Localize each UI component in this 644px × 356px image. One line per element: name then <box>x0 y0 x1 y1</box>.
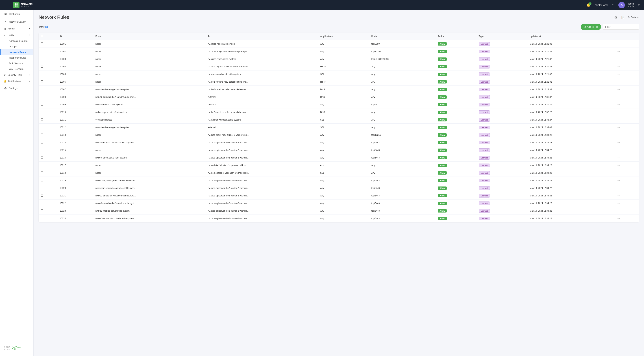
header-type[interactable]: Type <box>476 33 528 40</box>
refresh-button[interactable]: ↻ Refresh <box>628 16 639 19</box>
row-menu-23[interactable]: ⋯ <box>614 215 639 222</box>
row-menu-2[interactable]: ⋯ <box>614 55 639 63</box>
row-select-20[interactable] <box>41 194 43 197</box>
row-menu-button-20[interactable]: ⋯ <box>616 194 621 198</box>
sidebar-item-policy[interactable]: 🛡 Policy ▾ <box>0 32 34 38</box>
row-checkbox-9[interactable] <box>39 108 58 116</box>
row-checkbox-12[interactable] <box>39 131 58 139</box>
header-from[interactable]: From <box>93 33 206 40</box>
row-menu-18[interactable]: ⋯ <box>614 177 639 184</box>
row-menu-button-10[interactable]: ⋯ <box>616 118 621 122</box>
help-icon[interactable]: ? <box>611 3 616 8</box>
row-menu-19[interactable]: ⋯ <box>614 184 639 192</box>
row-checkbox-7[interactable] <box>39 93 58 101</box>
avatar[interactable]: A <box>618 2 625 8</box>
row-menu-button-0[interactable]: ⋯ <box>616 42 621 46</box>
row-select-7[interactable] <box>41 96 43 98</box>
header-applications[interactable]: Applications <box>318 33 369 40</box>
row-menu-0[interactable]: ⋯ <box>614 40 639 48</box>
row-select-3[interactable] <box>41 65 43 68</box>
row-checkbox-3[interactable] <box>39 63 58 71</box>
row-menu-14[interactable]: ⋯ <box>614 146 639 154</box>
hamburger-menu[interactable]: ☰ <box>3 2 9 8</box>
row-menu-4[interactable]: ⋯ <box>614 71 639 78</box>
row-select-8[interactable] <box>41 103 43 106</box>
row-menu-button-3[interactable]: ⋯ <box>616 65 621 69</box>
header-to[interactable]: To <box>206 33 318 40</box>
row-checkbox-14[interactable] <box>39 146 58 154</box>
row-checkbox-8[interactable] <box>39 101 58 108</box>
row-select-16[interactable] <box>41 164 43 166</box>
row-menu-button-13[interactable]: ⋯ <box>616 140 621 144</box>
row-menu-20[interactable]: ⋯ <box>614 192 639 200</box>
filter-input[interactable] <box>603 24 639 30</box>
add-to-top-button[interactable]: ⊕ Add to Top <box>581 24 601 30</box>
header-ports[interactable]: Ports <box>369 33 436 40</box>
sidebar-item-admission-control[interactable]: Admission Control <box>0 38 34 44</box>
row-menu-button-7[interactable]: ⋯ <box>616 95 621 99</box>
sidebar-item-groups[interactable]: Groups <box>0 44 34 49</box>
header-checkbox[interactable] <box>39 33 58 40</box>
row-menu-15[interactable]: ⋯ <box>614 154 639 161</box>
sidebar-item-response-rules[interactable]: Response Rules <box>0 55 34 61</box>
row-menu-button-23[interactable]: ⋯ <box>616 216 621 221</box>
print-button[interactable]: 🖨 <box>613 15 618 20</box>
row-select-4[interactable] <box>41 73 43 75</box>
row-menu-8[interactable]: ⋯ <box>614 101 639 108</box>
row-checkbox-11[interactable] <box>39 124 58 131</box>
sidebar-item-notifications[interactable]: 🔔 Notifications ▾ <box>0 78 34 84</box>
row-checkbox-20[interactable] <box>39 192 58 200</box>
row-menu-button-17[interactable]: ⋯ <box>616 171 621 175</box>
row-menu-button-4[interactable]: ⋯ <box>616 72 621 76</box>
row-select-10[interactable] <box>41 118 43 121</box>
row-checkbox-1[interactable] <box>39 48 58 55</box>
row-select-22[interactable] <box>41 210 43 212</box>
row-menu-11[interactable]: ⋯ <box>614 124 639 131</box>
sidebar-item-dlp-sensors[interactable]: DLP Sensors <box>0 61 34 66</box>
sidebar-item-network-rules[interactable]: Network Rules <box>0 49 34 55</box>
row-menu-21[interactable]: ⋯ <box>614 200 639 207</box>
row-menu-button-11[interactable]: ⋯ <box>616 125 621 129</box>
row-menu-button-14[interactable]: ⋯ <box>616 148 621 152</box>
row-menu-12[interactable]: ⋯ <box>614 131 639 139</box>
row-select-9[interactable] <box>41 111 43 113</box>
header-updated[interactable]: Updated at <box>528 33 614 40</box>
row-menu-button-21[interactable]: ⋯ <box>616 201 621 205</box>
row-select-15[interactable] <box>41 156 43 159</box>
row-checkbox-23[interactable] <box>39 215 58 222</box>
row-menu-13[interactable]: ⋯ <box>614 139 639 146</box>
sidebar-item-waf-sensors[interactable]: WAF Sensors <box>0 66 34 72</box>
sidebar-item-settings[interactable]: ⚙ Settings <box>0 84 34 92</box>
footer-version[interactable]: 5.3.2 <box>12 348 16 350</box>
row-menu-1[interactable]: ⋯ <box>614 48 639 55</box>
user-dropdown-arrow[interactable]: ▾ <box>636 2 641 8</box>
row-checkbox-18[interactable] <box>39 177 58 184</box>
row-menu-22[interactable]: ⋯ <box>614 207 639 215</box>
row-menu-9[interactable]: ⋯ <box>614 108 639 116</box>
row-select-23[interactable] <box>41 217 43 219</box>
row-select-5[interactable] <box>41 80 43 83</box>
notification-bell[interactable]: 🔔 1 <box>585 2 592 8</box>
row-select-6[interactable] <box>41 88 43 90</box>
export-button[interactable]: 📋 <box>620 15 626 20</box>
header-action[interactable]: Action <box>436 33 476 40</box>
row-menu-button-1[interactable]: ⋯ <box>616 49 621 54</box>
sidebar-item-network-activity[interactable]: ⌖ Network Activity <box>0 18 34 26</box>
row-checkbox-6[interactable] <box>39 86 58 93</box>
row-select-21[interactable] <box>41 202 43 204</box>
row-menu-7[interactable]: ⋯ <box>614 93 639 101</box>
row-checkbox-16[interactable] <box>39 161 58 169</box>
row-menu-5[interactable]: ⋯ <box>614 78 639 86</box>
row-checkbox-21[interactable] <box>39 200 58 207</box>
sidebar-item-dashboard[interactable]: ⊞ Dashboard <box>0 10 34 18</box>
row-select-18[interactable] <box>41 179 43 182</box>
row-select-2[interactable] <box>41 58 43 60</box>
row-menu-button-16[interactable]: ⋯ <box>616 163 621 167</box>
row-checkbox-2[interactable] <box>39 55 58 63</box>
footer-brand[interactable]: NeuVector <box>12 346 21 348</box>
row-checkbox-5[interactable] <box>39 78 58 86</box>
row-checkbox-22[interactable] <box>39 207 58 215</box>
row-menu-button-19[interactable]: ⋯ <box>616 186 621 190</box>
row-menu-button-18[interactable]: ⋯ <box>616 178 621 183</box>
select-all-checkbox[interactable] <box>41 35 43 37</box>
